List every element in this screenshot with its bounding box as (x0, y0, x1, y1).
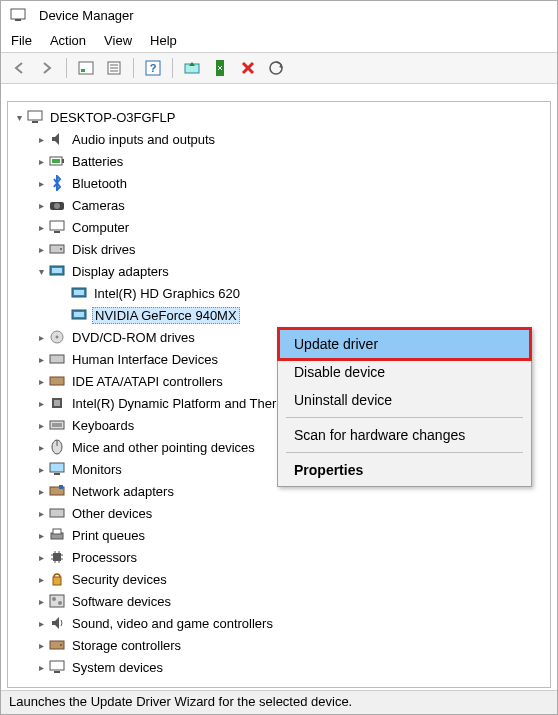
menu-help[interactable]: Help (150, 33, 177, 48)
chevron-right-icon[interactable]: ▸ (34, 486, 48, 497)
tree-item[interactable]: ▸Print queues (8, 524, 550, 546)
svg-rect-17 (52, 159, 60, 163)
tree-item[interactable]: ▸Other devices (8, 502, 550, 524)
chevron-right-icon[interactable]: ▸ (34, 398, 48, 409)
tree-item[interactable]: ▾Display adapters (8, 260, 550, 282)
svg-rect-45 (50, 509, 64, 517)
menu-action[interactable]: Action (50, 33, 86, 48)
security-devices-icon (48, 571, 66, 587)
menu-scan-hardware[interactable]: Scan for hardware changes (280, 421, 529, 449)
svg-rect-36 (50, 421, 64, 429)
tree-root-label: DESKTOP-O3FGFLP (48, 110, 177, 125)
chevron-right-icon[interactable]: ▸ (34, 508, 48, 519)
tree-item[interactable]: ▸Software devices (8, 590, 550, 612)
forward-button[interactable] (35, 57, 59, 79)
chevron-right-icon[interactable]: ▸ (34, 552, 48, 563)
tree-item[interactable]: ▸Security devices (8, 568, 550, 590)
chevron-right-icon[interactable]: ▸ (34, 222, 48, 233)
svg-point-19 (54, 203, 60, 209)
dvd-cd-rom-drives-icon (48, 329, 66, 345)
scan-icon (268, 60, 284, 76)
tree-item[interactable]: ▸Storage controllers (8, 634, 550, 656)
svg-point-23 (60, 248, 62, 250)
tree-item[interactable]: ▸Processors (8, 546, 550, 568)
tree-item[interactable]: ▸Sound, video and game controllers (8, 612, 550, 634)
tree-item-label: Print queues (70, 528, 147, 543)
svg-rect-47 (53, 529, 61, 534)
svg-rect-20 (50, 221, 64, 230)
chevron-right-icon[interactable]: ▸ (34, 200, 48, 211)
tree-item[interactable]: ▸Disk drives (8, 238, 550, 260)
chevron-right-icon[interactable]: ▸ (34, 574, 48, 585)
network-adapters-icon (48, 483, 66, 499)
update-driver-button[interactable] (180, 57, 204, 79)
tree-item-label: Disk drives (70, 242, 138, 257)
tree-item-label: Batteries (70, 154, 125, 169)
chevron-down-icon[interactable]: ▾ (12, 112, 26, 123)
svg-rect-13 (28, 111, 42, 120)
chevron-right-icon[interactable]: ▸ (34, 354, 48, 365)
status-text: Launches the Update Driver Wizard for th… (9, 694, 352, 709)
help-button[interactable]: ? (141, 57, 165, 79)
menu-disable-device[interactable]: Disable device (280, 358, 529, 386)
tree-item[interactable]: NVIDIA GeForce 940MX (8, 304, 550, 326)
cameras-icon (48, 197, 66, 213)
menu-properties[interactable]: Properties (280, 456, 529, 484)
enable-device-button[interactable] (208, 57, 232, 79)
chevron-right-icon[interactable]: ▸ (34, 618, 48, 629)
svg-rect-14 (32, 121, 38, 123)
svg-rect-29 (74, 312, 84, 317)
menu-bar: File Action View Help (1, 29, 557, 52)
sound-video-and-game-controllers-icon (48, 615, 66, 631)
tree-root[interactable]: ▾ DESKTOP-O3FGFLP (8, 106, 550, 128)
menu-file[interactable]: File (11, 33, 32, 48)
back-button[interactable] (7, 57, 31, 79)
chevron-right-icon[interactable]: ▸ (34, 332, 48, 343)
tree-item-label: Intel(R) HD Graphics 620 (92, 286, 242, 301)
tree-item[interactable]: ▸Batteries (8, 150, 550, 172)
help-icon: ? (145, 60, 161, 76)
chevron-right-icon[interactable]: ▸ (34, 596, 48, 607)
chevron-right-icon[interactable]: ▸ (34, 662, 48, 673)
chevron-right-icon[interactable]: ▸ (34, 178, 48, 189)
chevron-down-icon[interactable]: ▾ (34, 266, 48, 277)
chevron-right-icon[interactable]: ▸ (34, 640, 48, 651)
show-hidden-icon (78, 61, 94, 75)
svg-rect-63 (50, 661, 64, 670)
chevron-right-icon[interactable]: ▸ (34, 244, 48, 255)
chevron-right-icon[interactable]: ▸ (34, 420, 48, 431)
scan-hardware-button[interactable] (264, 57, 288, 79)
tree-item-label: Bluetooth (70, 176, 129, 191)
menu-uninstall-device[interactable]: Uninstall device (280, 386, 529, 414)
tree-item-label: Cameras (70, 198, 127, 213)
batteries-icon (48, 153, 66, 169)
tree-item[interactable]: ▸Cameras (8, 194, 550, 216)
tree-item[interactable]: ▸Audio inputs and outputs (8, 128, 550, 150)
properties-icon (106, 61, 122, 75)
chevron-right-icon[interactable]: ▸ (34, 156, 48, 167)
tree-item-label: Audio inputs and outputs (70, 132, 217, 147)
tree-item[interactable]: ▸Computer (8, 216, 550, 238)
chevron-right-icon[interactable]: ▸ (34, 376, 48, 387)
svg-rect-42 (54, 473, 60, 475)
show-hidden-button[interactable] (74, 57, 98, 79)
svg-rect-27 (74, 290, 84, 295)
svg-text:?: ? (150, 62, 157, 74)
tree-item[interactable]: Intel(R) HD Graphics 620 (8, 282, 550, 304)
computer-icon (26, 109, 44, 125)
menu-update-driver[interactable]: Update driver (277, 327, 532, 361)
arrow-left-icon (12, 61, 26, 75)
chevron-right-icon[interactable]: ▸ (34, 464, 48, 475)
print-queues-icon (48, 527, 66, 543)
tree-item[interactable]: ▸System devices (8, 656, 550, 678)
properties-button[interactable] (102, 57, 126, 79)
devmgr-icon (9, 7, 27, 23)
chevron-right-icon[interactable]: ▸ (34, 134, 48, 145)
svg-rect-48 (53, 553, 61, 561)
remove-device-button[interactable] (236, 57, 260, 79)
menu-view[interactable]: View (104, 33, 132, 48)
chevron-right-icon[interactable]: ▸ (34, 530, 48, 541)
chevron-right-icon[interactable]: ▸ (34, 442, 48, 453)
tree-item[interactable]: ▸Bluetooth (8, 172, 550, 194)
toolbar: ? (1, 52, 557, 84)
